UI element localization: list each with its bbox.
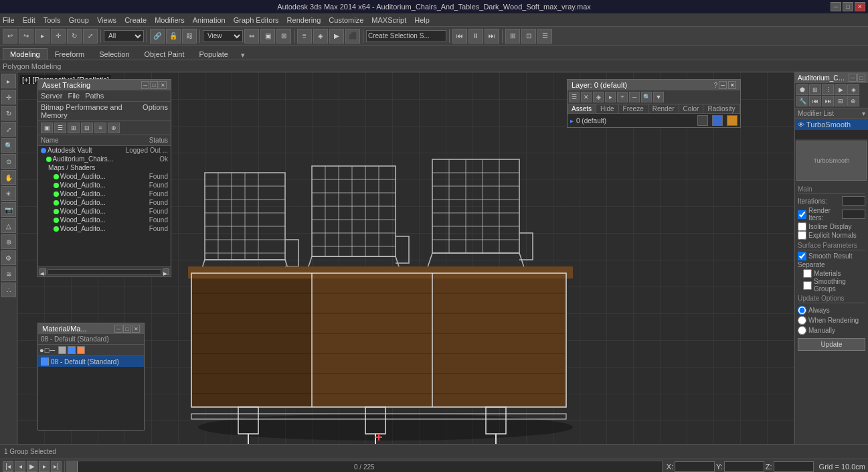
list-item[interactable]: Wood_Audito... Found — [38, 172, 171, 181]
menu-file[interactable]: File — [3, 16, 15, 24]
tab-modeling[interactable]: Modeling — [3, 48, 48, 60]
rp-btn-extra2[interactable]: ⏭ — [822, 96, 834, 106]
list-item[interactable]: Auditorium_Chairs... Ok — [38, 155, 171, 163]
frame-end-btn[interactable]: ▸| — [51, 461, 62, 472]
asset-btn-3[interactable]: ⊞ — [68, 123, 80, 133]
tab-selection[interactable]: Selection — [92, 48, 137, 60]
list-item[interactable]: Wood_Audito... Found — [38, 224, 171, 233]
list-item[interactable]: Wood_Audito... Found — [38, 189, 171, 198]
frame-prev-btn[interactable]: ◂ — [15, 461, 25, 472]
menu-maxscript[interactable]: MAXScript — [371, 16, 406, 24]
rp-btn-extra4[interactable]: ⊕ — [847, 96, 859, 106]
rp-btn-hierarchy[interactable]: ⋮ — [822, 84, 834, 95]
iterations-input[interactable]: 0 — [842, 196, 865, 206]
rp-btn-modifier[interactable]: ⊞ — [809, 84, 821, 95]
lt-helpers[interactable]: ⊕ — [1, 234, 16, 249]
rp-btn-extra3[interactable]: ⊟ — [835, 96, 847, 106]
lt-move[interactable]: ✛ — [1, 90, 16, 104]
material-list[interactable]: 08 - Default (Standard) — [38, 356, 144, 430]
list-item[interactable]: Wood_Audito... Found — [38, 207, 171, 216]
mat-maximize[interactable]: □ — [123, 325, 131, 333]
mat-btn-flat[interactable]: ─ — [50, 346, 55, 354]
list-item[interactable]: Autodesk Vault Logged Out ... — [38, 146, 171, 155]
menu-animation[interactable]: Animation — [193, 16, 226, 24]
lt-systems[interactable]: ⚙ — [1, 250, 16, 265]
rp-btn-utility[interactable]: 🔧 — [796, 96, 808, 106]
layer-btn-delete[interactable]: ✕ — [581, 92, 592, 102]
toolbar-play[interactable]: ⏮ — [452, 29, 467, 44]
layers-minimize[interactable]: ─ — [719, 81, 727, 89]
tab-freeform[interactable]: Freeform — [48, 48, 92, 60]
radio-manually-input[interactable] — [798, 326, 806, 335]
toolbar-unlink[interactable]: 🔓 — [166, 29, 181, 44]
lt-shapes[interactable]: △ — [1, 218, 16, 233]
modifier-eye-icon[interactable]: 👁 — [798, 121, 804, 129]
lt-particles[interactable]: ∴ — [1, 283, 16, 297]
lt-camera[interactable]: 📷 — [1, 202, 16, 217]
window-controls[interactable]: ─ □ ✕ — [831, 2, 865, 11]
modifier-item[interactable]: 👁 TurboSmooth — [795, 119, 868, 130]
layer-btn-new[interactable]: ☰ — [569, 92, 580, 102]
toolbar-bind[interactable]: ⛓ — [182, 29, 197, 44]
render-iters-input[interactable]: 2 — [842, 210, 865, 219]
toolbar-align[interactable]: ⊞ — [276, 29, 291, 44]
time-slider[interactable]: 0 / 225 — [66, 461, 663, 473]
layer-radiosity-icon[interactable] — [727, 115, 737, 126]
toolbar-material[interactable]: ◈ — [313, 29, 328, 44]
list-item[interactable]: Wood_Audito... Found — [38, 216, 171, 224]
toolbar-stop[interactable]: ⏸ — [468, 29, 483, 44]
smooth-checkbox[interactable] — [798, 252, 806, 260]
rp-maximize[interactable]: □ — [857, 74, 865, 82]
lt-orbit[interactable]: ⊙ — [1, 154, 16, 169]
lt-zoom[interactable]: 🔍 — [1, 138, 16, 153]
toolbar-mirror[interactable]: ⇔ — [244, 29, 259, 44]
layer-btn-current[interactable]: ◈ — [593, 92, 604, 102]
toolbar-link[interactable]: 🔗 — [150, 29, 165, 44]
lt-pan[interactable]: ✋ — [1, 170, 16, 185]
layers-panel-controls[interactable]: ? ─ ✕ — [713, 81, 736, 89]
right-panel-controls[interactable]: ─ □ — [849, 74, 865, 82]
coord-x-input[interactable] — [675, 461, 715, 472]
rp-btn-extra1[interactable]: ⏮ — [809, 96, 821, 106]
frame-start-btn[interactable]: |◂ — [3, 461, 13, 472]
menu-customize[interactable]: Customize — [329, 16, 363, 24]
layer-btn-remove[interactable]: ─ — [629, 92, 640, 102]
menu-tools[interactable]: Tools — [44, 16, 61, 24]
toolbar-quick-render[interactable]: ⬛ — [345, 29, 360, 44]
layer-btn-expand[interactable]: ▼ — [653, 92, 664, 102]
asset-scrollbar[interactable]: ◂ ▸ — [38, 266, 171, 277]
tab-populate[interactable]: Populate — [191, 48, 235, 60]
minimize-button[interactable]: ─ — [831, 2, 841, 11]
radio-rendering-input[interactable] — [798, 316, 806, 325]
toolbar-render[interactable]: ▶ — [329, 29, 344, 44]
rp-btn-motion[interactable]: ▶ — [835, 84, 847, 95]
viewport[interactable]: [+] [Perspective] [Realistic] — [17, 72, 794, 444]
toolbar-forward[interactable]: ⏭ — [485, 29, 499, 44]
menu-edit[interactable]: Edit — [23, 16, 35, 24]
mat-btn-sphere[interactable]: ● — [39, 346, 44, 354]
rtab-hide[interactable]: Hide — [596, 104, 619, 113]
menu-create[interactable]: Create — [124, 16, 147, 24]
toolbar-undo[interactable]: ↩ — [3, 29, 17, 44]
asset-btn-4[interactable]: ⊟ — [81, 123, 93, 133]
mat-color-1[interactable] — [58, 346, 66, 354]
asset-maximize[interactable]: □ — [150, 81, 158, 89]
isoline-checkbox[interactable] — [798, 222, 806, 231]
rtab-freeze[interactable]: Freeze — [619, 104, 648, 113]
coord-y-input[interactable] — [724, 461, 764, 472]
mat-btn-box[interactable]: □ — [45, 346, 50, 354]
asset-btn-5[interactable]: ≡ — [94, 123, 106, 133]
rp-btn-display[interactable]: ◈ — [847, 84, 859, 95]
mat-color-2[interactable] — [68, 346, 76, 354]
asset-minimize[interactable]: ─ — [141, 81, 149, 89]
asset-menu-bitmap[interactable]: Bitmap Performance and Memory — [41, 103, 137, 119]
lt-scale[interactable]: ⤢ — [1, 122, 16, 137]
tab-object-paint[interactable]: Object Paint — [137, 48, 192, 60]
toolbar-scale[interactable]: ⤢ — [83, 29, 98, 44]
frame-play-btn[interactable]: ▶ — [27, 461, 37, 472]
menu-rendering[interactable]: Rendering — [287, 16, 321, 24]
asset-list[interactable]: Autodesk Vault Logged Out ... Auditorium… — [38, 146, 171, 266]
mat-close[interactable]: ✕ — [132, 325, 140, 333]
layer-color-icon[interactable] — [712, 115, 723, 126]
scroll-right-btn[interactable]: ▸ — [163, 268, 169, 275]
